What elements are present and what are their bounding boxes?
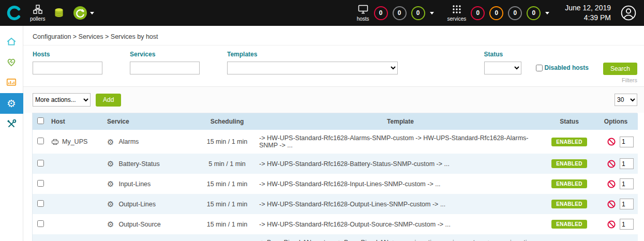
scheduling-cell: 15 min / 1 min bbox=[198, 194, 256, 214]
counter-unknown[interactable]: 0 bbox=[508, 6, 522, 20]
row-checkbox[interactable] bbox=[37, 160, 44, 167]
options-count-input[interactable] bbox=[620, 178, 634, 189]
platform-status-menu[interactable] bbox=[73, 6, 94, 20]
header-template: Template bbox=[256, 113, 545, 130]
header-status: Status bbox=[545, 113, 594, 130]
table-row: ⚙ Ping 5 min / 1 min -> Base-Ping-LAN-cu… bbox=[33, 234, 638, 241]
service-name-link[interactable]: Alarms bbox=[118, 138, 139, 145]
breadcrumb-item[interactable]: Services bbox=[79, 33, 103, 40]
table-row: ⚙ Output-Lines 15 min / 1 min -> HW-UPS-… bbox=[33, 194, 638, 214]
templates-filter-label: Templates bbox=[227, 51, 398, 58]
disable-icon[interactable] bbox=[607, 200, 616, 208]
clock: June 12, 2019 4:39 PM bbox=[565, 3, 611, 23]
sidebar-item-reporting[interactable] bbox=[0, 72, 23, 93]
scheduling-cell: 15 min / 1 min bbox=[198, 130, 256, 154]
chevron-down-icon[interactable] bbox=[430, 12, 434, 14]
row-checkbox[interactable] bbox=[37, 180, 44, 187]
options-count-input[interactable] bbox=[620, 199, 634, 209]
options-count-input[interactable] bbox=[620, 158, 634, 169]
row-checkbox[interactable] bbox=[37, 138, 44, 144]
counter-warning[interactable]: 0 bbox=[489, 6, 503, 20]
options-count-input[interactable] bbox=[620, 137, 634, 147]
header-host: Host bbox=[48, 113, 104, 130]
scheduling-cell: 15 min / 1 min bbox=[198, 214, 256, 234]
tools-icon bbox=[6, 118, 17, 130]
breadcrumb-item[interactable]: Configuration bbox=[33, 33, 71, 40]
service-gear-icon[interactable]: ⚙ bbox=[107, 180, 114, 188]
counter-critical[interactable]: 0 bbox=[471, 6, 485, 20]
templates-filter-field: Templates bbox=[227, 51, 398, 74]
disabled-hosts-toggle[interactable]: Disabled hosts bbox=[536, 64, 589, 71]
chart-icon bbox=[6, 77, 17, 88]
sidebar-item-monitoring[interactable] bbox=[0, 52, 23, 72]
table-row: ⚙ Input-Lines 15 min / 1 min -> HW-UPS-S… bbox=[33, 174, 638, 194]
scheduling-cell: 5 min / 1 min bbox=[198, 234, 256, 241]
service-name-link[interactable]: Input-Lines bbox=[118, 180, 151, 188]
more-actions-select[interactable]: More actions... bbox=[33, 93, 91, 107]
disable-icon[interactable] bbox=[607, 160, 616, 168]
search-button[interactable]: Search bbox=[603, 63, 637, 75]
sync-icon bbox=[73, 6, 87, 20]
pollers-menu[interactable]: pollers bbox=[30, 4, 45, 22]
template-cell: -> HW-UPS-Standard-Rfc1628-Battery-Statu… bbox=[256, 154, 545, 174]
chevron-down-icon[interactable] bbox=[545, 12, 549, 14]
counter-down[interactable]: 0 bbox=[374, 6, 388, 20]
database-status[interactable] bbox=[53, 7, 65, 19]
counter-up[interactable]: 0 bbox=[411, 6, 425, 20]
table-row: My_UPS ⚙ Alarms 15 min / 1 min -> HW-UPS… bbox=[33, 130, 638, 154]
sidebar: ⚙ bbox=[0, 26, 23, 241]
service-gear-icon[interactable]: ⚙ bbox=[107, 160, 114, 168]
hosts-menu[interactable]: hosts bbox=[357, 4, 369, 22]
template-cell: -> HW-UPS-Standard-Rfc1628-Input-Lines-S… bbox=[256, 174, 545, 194]
options-count-input[interactable] bbox=[620, 219, 634, 230]
chevron-down-icon bbox=[90, 12, 94, 14]
service-name-link[interactable]: Battery-Status bbox=[118, 160, 159, 168]
services-filter-input[interactable] bbox=[130, 62, 200, 74]
topbar: pollers hosts 000 bbox=[0, 0, 644, 26]
disabled-hosts-checkbox[interactable] bbox=[536, 65, 543, 71]
sidebar-item-home[interactable] bbox=[0, 31, 23, 52]
status-filter-select[interactable] bbox=[484, 62, 521, 74]
services-filter-field: Services bbox=[130, 51, 200, 74]
status-badge: ENABLED bbox=[551, 220, 587, 229]
service-name-link[interactable]: Output-Lines bbox=[118, 201, 156, 208]
row-checkbox[interactable] bbox=[37, 220, 44, 227]
counter-ok[interactable]: 0 bbox=[527, 6, 541, 20]
breadcrumb-separator: > bbox=[71, 33, 78, 40]
sidebar-item-administration[interactable] bbox=[0, 114, 23, 134]
centreon-logo[interactable] bbox=[5, 5, 23, 21]
user-menu[interactable] bbox=[620, 5, 637, 21]
user-icon bbox=[620, 5, 637, 21]
template-cell: -> Base-Ping-LAN-custom -> Base-Ping-LAN… bbox=[256, 234, 545, 241]
row-checkbox[interactable] bbox=[37, 200, 44, 207]
clock-date: June 12, 2019 bbox=[565, 3, 611, 13]
service-table-body: My_UPS ⚙ Alarms 15 min / 1 min -> HW-UPS… bbox=[33, 130, 638, 241]
breadcrumb: Configuration > Services > Services by h… bbox=[23, 26, 644, 45]
service-name-link[interactable]: Output-Source bbox=[118, 221, 160, 228]
gear-icon: ⚙ bbox=[7, 98, 16, 109]
pollers-icon bbox=[33, 4, 43, 14]
host-name[interactable]: My_UPS bbox=[62, 138, 87, 145]
add-button[interactable]: Add bbox=[96, 94, 121, 107]
disable-icon[interactable] bbox=[607, 138, 616, 146]
disable-icon[interactable] bbox=[607, 180, 616, 188]
actions-row: More actions... Add 30 bbox=[23, 87, 644, 113]
centreon-logo-icon bbox=[6, 5, 22, 21]
hosts-icon bbox=[357, 4, 369, 14]
service-gear-icon[interactable]: ⚙ bbox=[107, 200, 114, 208]
hosts-filter-field: Hosts bbox=[33, 51, 102, 74]
service-gear-icon[interactable]: ⚙ bbox=[107, 220, 114, 228]
select-all-checkbox[interactable] bbox=[37, 117, 44, 124]
services-menu[interactable]: services bbox=[447, 4, 467, 22]
counter-unreachable[interactable]: 0 bbox=[393, 6, 407, 20]
breadcrumb-item[interactable]: Services by host bbox=[111, 33, 158, 40]
pollers-label: pollers bbox=[30, 16, 45, 22]
sidebar-item-configuration[interactable]: ⚙ bbox=[0, 93, 23, 114]
hosts-filter-input[interactable] bbox=[33, 62, 102, 74]
services-label: services bbox=[447, 16, 467, 22]
templates-filter-select[interactable] bbox=[227, 62, 398, 74]
header-service: Service bbox=[104, 113, 198, 130]
page-size-select[interactable]: 30 bbox=[615, 94, 637, 106]
disable-icon[interactable] bbox=[607, 220, 616, 229]
service-gear-icon[interactable]: ⚙ bbox=[107, 138, 114, 146]
